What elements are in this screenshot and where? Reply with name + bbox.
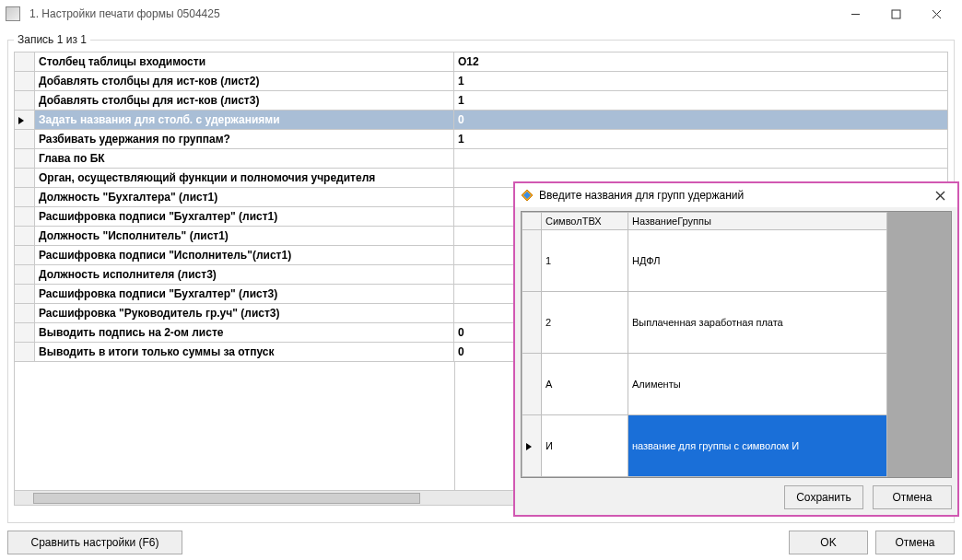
setting-label[interactable]: Должность "Бухгалтера" (лист1) xyxy=(35,188,454,207)
setting-label[interactable]: Должность исполнителя (лист3) xyxy=(35,265,454,285)
dialog-row[interactable]: 2Выплаченная заработная плата xyxy=(522,292,887,354)
maximize-button[interactable] xyxy=(875,1,916,27)
row-handle[interactable] xyxy=(15,343,35,362)
dialog-cell-name[interactable] xyxy=(628,415,887,477)
dialog-cell-name[interactable]: Выплаченная заработная плата xyxy=(628,292,887,354)
dialog-cell-symbol[interactable]: А xyxy=(542,354,628,415)
dialog-col-symbol[interactable]: СимволТВХ xyxy=(542,213,628,230)
settings-row[interactable]: Добавлять столбцы для ист-ков (лист3)1 xyxy=(15,91,948,111)
dialog-corner-header xyxy=(522,213,542,230)
dialog-cell-name[interactable]: Алименты xyxy=(628,354,887,415)
setting-label[interactable]: Добавлять столбцы для ист-ков (лист2) xyxy=(35,72,454,91)
setting-value[interactable] xyxy=(454,149,948,169)
dialog-title: Введите названия для групп удержаний xyxy=(539,189,928,202)
main-window: 1. Настройки печати формы 0504425 Запись… xyxy=(0,0,962,560)
row-handle[interactable] xyxy=(15,285,35,304)
dialog-grid-container: СимволТВХ НазваниеГруппы 1НДФЛ2Выплаченн… xyxy=(521,211,952,478)
dialog-name-input[interactable] xyxy=(628,415,886,476)
dialog-cell-symbol[interactable]: 2 xyxy=(542,292,628,354)
row-handle[interactable] xyxy=(15,111,35,130)
dialog-row[interactable]: 1НДФЛ xyxy=(522,230,887,292)
setting-label[interactable]: Выводить в итоги только суммы за отпуск xyxy=(35,343,454,362)
setting-label[interactable]: Расшифровка подписи "Бухгалтер" (лист1) xyxy=(35,207,454,227)
close-button[interactable] xyxy=(916,1,956,27)
app-icon xyxy=(6,6,20,21)
setting-label[interactable]: Расшифровка подписи "Исполнитель"(лист1) xyxy=(35,246,454,265)
row-handle[interactable] xyxy=(15,149,35,169)
scrollbar-thumb[interactable] xyxy=(33,493,420,504)
dialog-titlebar: Введите названия для групп удержаний xyxy=(515,183,957,207)
row-handle[interactable] xyxy=(15,91,35,111)
titlebar: 1. Настройки печати формы 0504425 xyxy=(0,0,962,28)
setting-value[interactable]: O12 xyxy=(454,52,948,72)
setting-value[interactable]: 1 xyxy=(454,91,948,111)
dialog-cell-symbol[interactable]: 1 xyxy=(542,230,628,292)
dialog-row-handle[interactable] xyxy=(522,354,542,415)
dialog-row-handle[interactable] xyxy=(522,292,542,354)
row-indicator-icon xyxy=(18,117,24,124)
settings-row[interactable]: Столбец таблицы входимостиO12 xyxy=(15,52,948,72)
setting-value[interactable]: 0 xyxy=(454,111,948,130)
row-handle[interactable] xyxy=(15,72,35,91)
cancel-button[interactable]: Отмена xyxy=(875,531,955,554)
setting-label[interactable]: Должность "Исполнитель" (лист1) xyxy=(35,227,454,246)
row-handle[interactable] xyxy=(15,246,35,265)
dialog-row[interactable]: ААлименты xyxy=(522,354,887,415)
setting-label[interactable]: Добавлять столбцы для ист-ков (лист3) xyxy=(35,91,454,111)
dialog-row-handle[interactable] xyxy=(522,415,542,477)
window-title: 1. Настройки печати формы 0504425 xyxy=(29,7,220,20)
dialog-close-button[interactable] xyxy=(928,185,952,205)
dialog-cancel-button[interactable]: Отмена xyxy=(873,485,952,509)
group-legend: Запись 1 из 1 xyxy=(14,33,90,46)
dialog-icon xyxy=(521,189,534,202)
row-indicator-icon xyxy=(526,443,532,450)
dialog-cell-name[interactable]: НДФЛ xyxy=(628,230,887,292)
dialog-grid[interactable]: СимволТВХ НазваниеГруппы 1НДФЛ2Выплаченн… xyxy=(522,212,887,477)
minimize-button[interactable] xyxy=(835,1,875,27)
settings-row[interactable]: Добавлять столбцы для ист-ков (лист2)1 xyxy=(15,72,948,91)
dialog-cell-symbol[interactable]: И xyxy=(542,415,628,477)
compare-button[interactable]: Сравнить настройки (F6) xyxy=(7,531,182,554)
dialog-row-handle[interactable] xyxy=(522,230,542,292)
ok-button[interactable]: OK xyxy=(789,531,868,554)
row-handle[interactable] xyxy=(15,188,35,207)
setting-value[interactable]: 1 xyxy=(454,72,948,91)
row-handle[interactable] xyxy=(15,227,35,246)
button-row: Сравнить настройки (F6) OK Отмена xyxy=(7,531,955,554)
dialog-button-row: Сохранить Отмена xyxy=(521,478,952,509)
setting-label[interactable]: Орган, осуществляющий функции и полномоч… xyxy=(35,169,454,188)
dialog-col-name[interactable]: НазваниеГруппы xyxy=(628,213,887,230)
row-handle[interactable] xyxy=(15,265,35,285)
names-dialog: Введите названия для групп удержаний Сим… xyxy=(514,182,958,516)
row-handle[interactable] xyxy=(15,52,35,72)
setting-label[interactable]: Столбец таблицы входимости xyxy=(35,52,454,72)
setting-label[interactable]: Расшифровка "Руководитель гр.уч" (лист3) xyxy=(35,304,454,323)
setting-label[interactable]: Глава по БК xyxy=(35,149,454,169)
setting-label[interactable]: Задать названия для столб. с удержаниями xyxy=(35,111,454,130)
row-handle[interactable] xyxy=(15,304,35,323)
setting-label[interactable]: Расшифровка подписи "Бухгалтер" (лист3) xyxy=(35,285,454,304)
row-handle[interactable] xyxy=(15,323,35,343)
settings-row[interactable]: Разбивать удержания по группам?1 xyxy=(15,130,948,149)
svg-rect-1 xyxy=(892,10,900,18)
setting-value[interactable]: 1 xyxy=(454,130,948,149)
row-handle[interactable] xyxy=(15,169,35,188)
settings-row[interactable]: Задать названия для столб. с удержаниями… xyxy=(15,111,948,130)
row-handle[interactable] xyxy=(15,207,35,227)
setting-label[interactable]: Разбивать удержания по группам? xyxy=(35,130,454,149)
dialog-save-button[interactable]: Сохранить xyxy=(784,485,863,509)
settings-row[interactable]: Глава по БК xyxy=(15,149,948,169)
setting-label[interactable]: Выводить подпись на 2-ом листе xyxy=(35,323,454,343)
dialog-row[interactable]: И xyxy=(522,415,887,477)
row-handle[interactable] xyxy=(15,130,35,149)
